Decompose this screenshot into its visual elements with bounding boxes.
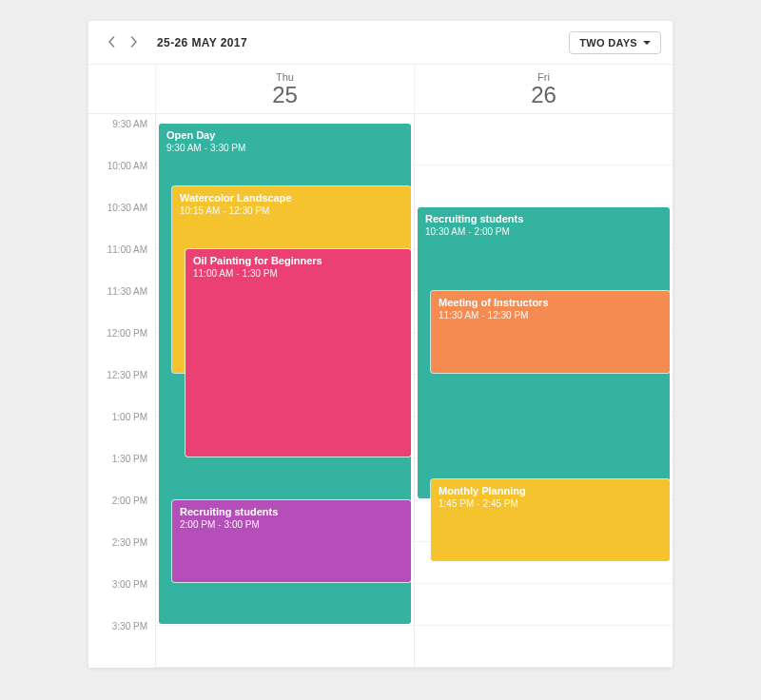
time-label: 1:00 PM [112, 412, 147, 422]
event-time: 10:15 AM-12:30 PM [180, 205, 403, 216]
event-time: 2:00 PM-3:00 PM [180, 519, 403, 530]
event-title: Recruiting students [425, 213, 662, 225]
day-number: 26 [531, 83, 556, 107]
event-title: Watercolor Landscape [180, 192, 403, 204]
day-header-1: Fri 26 [414, 65, 673, 113]
time-label: 10:30 AM [107, 203, 147, 213]
view-picker-label: TWO DAYS [579, 37, 637, 49]
time-label: 3:00 PM [112, 579, 147, 590]
toolbar: 25-26 MAY 2017 TWO DAYS [88, 21, 673, 65]
time-grid: 9:30 AM10:00 AM10:30 AM11:00 AM11:30 AM1… [88, 114, 673, 668]
event-time: 9:30 AM-3:30 PM [166, 143, 403, 153]
time-slot[interactable] [415, 124, 673, 165]
time-label: 9:30 AM [112, 119, 147, 129]
event-time: 11:00 AM-1:30 PM [193, 268, 403, 279]
time-slot[interactable] [415, 165, 673, 207]
chevron-right-icon [130, 34, 138, 51]
time-label: 12:00 PM [107, 328, 147, 339]
calendar-event[interactable]: Meeting of Instructors11:30 AM-12:30 PM [431, 291, 670, 373]
time-slot[interactable] [156, 626, 414, 668]
time-slot[interactable] [415, 626, 673, 668]
date-range-label: 25-26 MAY 2017 [157, 36, 247, 49]
event-time: 11:30 AM-12:30 PM [439, 310, 662, 321]
time-label: 3:30 PM [112, 621, 147, 632]
time-label: 11:30 AM [107, 286, 147, 297]
day-column-1[interactable]: Recruiting students10:30 AM-2:00 PMMeeti… [414, 114, 673, 668]
time-label: 2:30 PM [112, 537, 147, 548]
event-title: Monthly Planning [439, 485, 662, 497]
day-header-0: Thu 25 [155, 65, 414, 113]
time-label: 11:00 AM [107, 244, 147, 255]
event-title: Oil Painting for Beginners [193, 255, 403, 267]
event-title: Recruiting students [180, 506, 403, 518]
calendar-event[interactable]: Oil Painting for Beginners11:00 AM-1:30 … [185, 249, 411, 457]
view-picker[interactable]: TWO DAYS [569, 31, 661, 54]
prev-button[interactable] [100, 31, 123, 54]
next-button[interactable] [123, 31, 146, 54]
event-title: Open Day [166, 129, 403, 142]
time-label: 12:30 PM [107, 370, 147, 380]
chevron-left-icon [107, 34, 115, 51]
event-time: 1:45 PM-2:45 PM [439, 498, 662, 509]
day-headers: Thu 25 Fri 26 [88, 65, 673, 114]
caret-down-icon [643, 41, 651, 45]
day-column-0[interactable]: Open Day9:30 AM-3:30 PMWatercolor Landsc… [155, 114, 414, 668]
event-time: 10:30 AM-2:00 PM [425, 226, 662, 237]
time-label: 2:00 PM [112, 496, 147, 506]
day-columns: Open Day9:30 AM-3:30 PMWatercolor Landsc… [155, 114, 673, 668]
calendar-event[interactable]: Monthly Planning1:45 PM-2:45 PM [431, 479, 670, 561]
calendar-panel: 25-26 MAY 2017 TWO DAYS Thu 25 Fri 26 9:… [88, 21, 673, 668]
time-slot[interactable] [415, 584, 673, 626]
time-label: 1:30 PM [112, 454, 147, 464]
event-title: Meeting of Instructors [439, 297, 662, 309]
calendar-event[interactable]: Recruiting students2:00 PM-3:00 PM [172, 500, 411, 582]
time-axis: 9:30 AM10:00 AM10:30 AM11:00 AM11:30 AM1… [88, 114, 155, 668]
time-label: 10:00 AM [107, 161, 147, 171]
day-number: 25 [272, 83, 298, 107]
